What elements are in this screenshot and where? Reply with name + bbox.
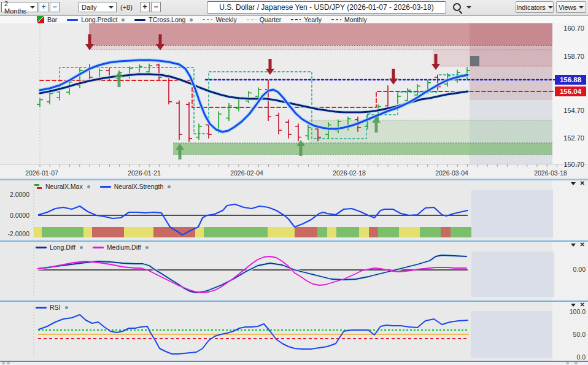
scale-label: 100.0 bbox=[560, 308, 586, 315]
date-axis-label: 2026-02-04 bbox=[225, 169, 269, 177]
chevron-down-icon bbox=[109, 6, 114, 9]
legend-item-quarter[interactable]: Quarter bbox=[247, 16, 282, 23]
neuralx-max-icon bbox=[34, 183, 42, 190]
legend-item-rsi[interactable]: RSI bbox=[36, 304, 68, 311]
main-chart-canvas[interactable] bbox=[0, 15, 588, 179]
main-chart-legend: Bar Long.Predict TCross.Long Weekly Quar… bbox=[37, 16, 377, 23]
price-axis-label: 160.70 bbox=[552, 25, 584, 32]
tcross-long-swatch-icon bbox=[134, 19, 145, 21]
scale-label: 0.0 bbox=[560, 353, 586, 361]
date-axis-label: 2026-03-18 bbox=[528, 169, 573, 177]
views-button[interactable]: Views bbox=[556, 1, 586, 13]
legend-label: Weekly bbox=[215, 16, 236, 23]
legend-item-weekly[interactable]: Weekly bbox=[203, 16, 236, 23]
date-axis-label: 2026-03-04 bbox=[430, 169, 474, 177]
monthly-swatch-icon bbox=[331, 19, 341, 20]
chevron-down-icon bbox=[579, 6, 584, 9]
indicators-button[interactable]: Indicators bbox=[516, 1, 554, 13]
price-badge-yearly: 156.88 bbox=[555, 75, 586, 85]
settings-dot-icon[interactable] bbox=[190, 18, 193, 21]
panel-collapse-icon[interactable] bbox=[571, 182, 576, 185]
search-icon[interactable] bbox=[453, 3, 461, 11]
toolbar: 2 Months + − Daily (+8) + − U.S. Dollar … bbox=[0, 0, 588, 15]
legend-item-yearly[interactable]: Yearly bbox=[291, 16, 322, 23]
legend-item-neuralx-strength[interactable]: NeuralX.Strength bbox=[100, 183, 171, 190]
offset-decrease-button[interactable]: − bbox=[151, 2, 161, 12]
horizontal-scrollbar[interactable] bbox=[0, 361, 588, 365]
search-caret-icon[interactable] bbox=[466, 6, 471, 9]
scroll-box-icon[interactable] bbox=[566, 362, 569, 364]
rsi-panel-canvas[interactable] bbox=[0, 302, 588, 361]
interval-value: Daily bbox=[82, 4, 96, 11]
indicators-label: Indicators bbox=[516, 4, 546, 11]
neural-signal-band bbox=[34, 227, 471, 237]
settings-dot-icon[interactable] bbox=[87, 185, 90, 188]
scale-label: 50.0 bbox=[560, 331, 586, 338]
scroll-left-icon[interactable] bbox=[2, 362, 5, 364]
legend-item-monthly[interactable]: Monthly bbox=[331, 16, 367, 23]
legend-label: NeuralX.Max bbox=[45, 183, 83, 190]
legend-label: Medium.Diff bbox=[107, 244, 141, 251]
scale-label: 0.0000 bbox=[1, 212, 29, 219]
settings-dot-icon[interactable] bbox=[65, 306, 68, 309]
predicted-high-zone bbox=[89, 23, 552, 45]
panel-collapse-icon[interactable] bbox=[571, 304, 576, 307]
panel-close-icon[interactable]: ✕ bbox=[580, 242, 585, 248]
legend-label: RSI bbox=[50, 304, 61, 311]
legend-item-neuralx-max[interactable]: NeuralX.Max bbox=[34, 183, 90, 190]
range-decrease-button[interactable]: − bbox=[50, 2, 60, 12]
settings-dot-icon[interactable] bbox=[122, 18, 125, 21]
bar-offset-label: (+8) bbox=[120, 4, 133, 11]
settings-dot-icon[interactable] bbox=[145, 246, 149, 249]
legend-label: Yearly bbox=[304, 16, 322, 23]
panel-close-icon[interactable]: ✕ bbox=[580, 302, 585, 308]
predicted-low-zone-light bbox=[309, 120, 552, 143]
long-predict-swatch-icon bbox=[67, 19, 78, 21]
neuralx-panel-legend: NeuralX.Max NeuralX.Strength bbox=[34, 183, 180, 190]
legend-label: Quarter bbox=[260, 16, 282, 23]
weekly-swatch-icon bbox=[203, 19, 212, 20]
range-increase-button[interactable]: + bbox=[39, 2, 48, 12]
legend-label: TCross.Long bbox=[149, 16, 185, 23]
legend-label: NeuralX.Strength bbox=[114, 183, 164, 190]
chevron-down-icon bbox=[30, 6, 35, 9]
panel-close-icon[interactable]: ✕ bbox=[580, 180, 585, 186]
price-axis-label: 158.70 bbox=[552, 53, 584, 60]
long-diff-swatch-icon bbox=[36, 247, 47, 248]
chart-title-text: U.S. Dollar / Japanese Yen - USD/JPY (20… bbox=[219, 3, 433, 12]
high-zone-extension bbox=[433, 50, 552, 66]
date-axis-label: 2026-01-07 bbox=[20, 169, 64, 177]
settings-dot-icon[interactable] bbox=[80, 246, 83, 249]
future-placeholder bbox=[471, 311, 552, 358]
offset-increase-button[interactable]: + bbox=[140, 2, 150, 12]
rsi-swatch-icon bbox=[36, 307, 47, 309]
legend-label: Monthly bbox=[344, 16, 367, 23]
interval-select[interactable]: Daily bbox=[79, 2, 117, 12]
views-label: Views bbox=[559, 4, 576, 11]
scroll-right-icon[interactable] bbox=[574, 362, 578, 364]
date-axis-label: 2026-01-21 bbox=[122, 169, 166, 177]
legend-item-bar[interactable]: Bar bbox=[37, 16, 57, 23]
settings-dot-icon[interactable] bbox=[168, 185, 171, 188]
neuralx-strength-swatch-icon bbox=[100, 186, 111, 188]
panel-collapse-icon[interactable] bbox=[571, 244, 576, 247]
current-bar-marker bbox=[470, 56, 479, 66]
future-placeholder bbox=[471, 190, 553, 237]
legend-item-medium-diff[interactable]: Medium.Diff bbox=[93, 244, 149, 251]
date-axis-label: 2026-02-18 bbox=[327, 169, 371, 177]
scroll-handle-icon[interactable] bbox=[7, 362, 10, 364]
quarter-swatch-icon bbox=[247, 19, 257, 20]
rsi-panel-legend: RSI bbox=[36, 304, 78, 311]
legend-item-long-predict[interactable]: Long.Predict bbox=[67, 16, 125, 23]
charting-app-window: 2 Months + − Daily (+8) + − U.S. Dollar … bbox=[0, 0, 588, 365]
bar-swatch-icon bbox=[37, 16, 44, 23]
range-select[interactable]: 2 Months bbox=[1, 2, 38, 12]
scale-label: -2.0000 bbox=[1, 230, 29, 237]
legend-label: Long.Predict bbox=[81, 16, 117, 23]
predicted-low-zone bbox=[173, 143, 552, 155]
scale-label: 0.00 bbox=[565, 266, 586, 273]
legend-item-tcross-long[interactable]: TCross.Long bbox=[134, 16, 193, 23]
legend-item-long-diff[interactable]: Long.Diff bbox=[36, 244, 83, 251]
range-value: 2 Months bbox=[4, 0, 28, 15]
legend-label: Bar bbox=[47, 16, 57, 23]
